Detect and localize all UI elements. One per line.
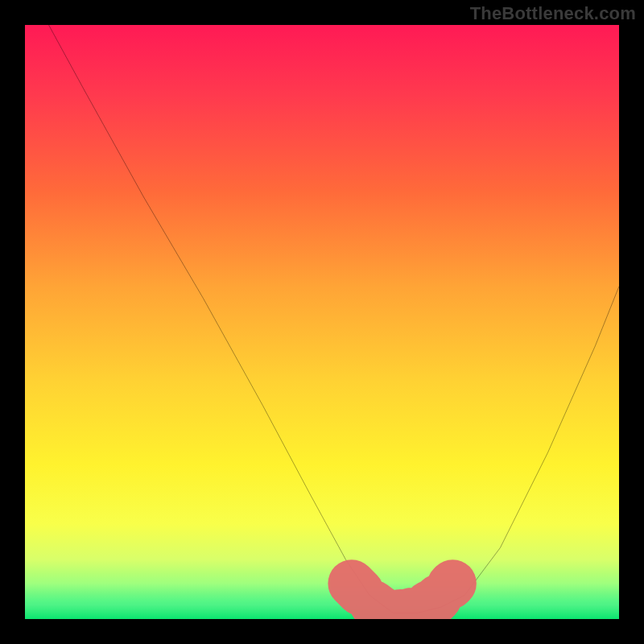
- plot-gradient-background: [25, 25, 619, 619]
- watermark-label: TheBottleneck.com: [470, 3, 636, 24]
- chart-frame: TheBottleneck.com: [0, 0, 644, 644]
